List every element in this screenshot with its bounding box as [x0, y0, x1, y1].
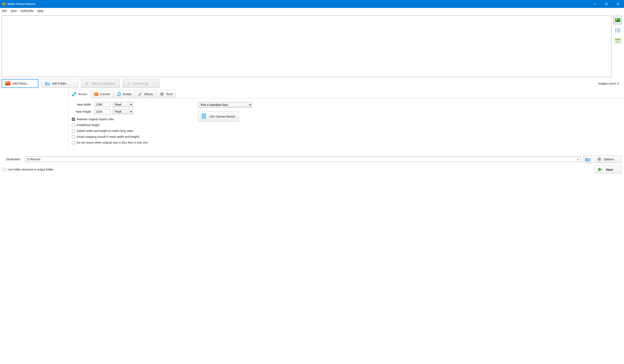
resize-icon	[72, 92, 77, 97]
options-label: Options	[604, 158, 614, 161]
menu-help[interactable]: Help	[37, 9, 43, 13]
switch-wh-label: Switch width and height to match long si…	[77, 129, 133, 133]
tab-convert-label: Convert	[100, 93, 110, 96]
new-width-input[interactable]	[94, 102, 110, 107]
tab-convert[interactable]: Convert	[90, 90, 113, 98]
svg-rect-37	[202, 114, 206, 119]
new-width-label: New Width	[72, 103, 92, 106]
svg-point-14	[615, 31, 616, 32]
play-icon	[598, 167, 603, 172]
tab-tools-label: Tools	[166, 93, 173, 96]
remove-selected-label: Remove Selected	[92, 82, 115, 85]
minimize-button[interactable]	[589, 0, 601, 8]
eraser-icon	[84, 81, 90, 86]
svg-point-29	[94, 93, 95, 94]
folder-icon	[45, 81, 50, 86]
destination-combo[interactable]: D:\Results	[25, 157, 581, 162]
tab-rotate-label: Rotate	[123, 93, 131, 96]
svg-rect-36	[163, 94, 164, 94]
image-icon	[5, 81, 10, 86]
window-title: Batch Picture Resizer	[7, 2, 36, 6]
folder-open-icon	[585, 157, 591, 162]
view-thumbnails-button[interactable]	[614, 16, 622, 24]
aspect-ratio-label: Maintain original aspect ratio	[77, 118, 114, 121]
smart-cropping-label: Smart cropping (result in exact width an…	[77, 135, 139, 138]
svg-rect-1	[3, 3, 4, 4]
remove-all-button[interactable]: Remove All	[123, 79, 159, 88]
svg-rect-44	[599, 161, 599, 162]
switch-wh-checkbox[interactable]: Switch width and height to match long si…	[72, 129, 190, 133]
svg-rect-13	[617, 30, 621, 31]
svg-rect-15	[617, 32, 621, 32]
tab-tools[interactable]: Tools	[156, 90, 176, 98]
tab-effects-label: Effects	[144, 93, 153, 96]
svg-point-30	[118, 94, 119, 95]
svg-rect-35	[159, 94, 160, 94]
add-folder-button[interactable]: Add Folder...	[41, 79, 78, 88]
predefined-height-label: Predefined height	[77, 123, 100, 127]
svg-rect-2	[4, 3, 5, 4]
svg-rect-45	[597, 159, 598, 159]
image-preview-area	[2, 15, 611, 77]
app-icon	[2, 2, 6, 6]
menu-softorbits[interactable]: SoftOrbits	[21, 9, 34, 13]
predefined-height-checkbox[interactable]: Predefined height	[72, 123, 190, 127]
effects-icon	[138, 92, 143, 97]
browse-destination-button[interactable]	[583, 155, 592, 163]
view-grid-button[interactable]	[614, 37, 622, 45]
svg-rect-34	[162, 96, 162, 97]
menubar: File View SoftOrbits Help	[0, 8, 624, 14]
gear-icon	[597, 157, 602, 162]
no-resize-label: Do not resize when original size is less…	[77, 141, 148, 144]
svg-point-32	[161, 93, 163, 95]
svg-rect-3	[3, 4, 5, 5]
close-button[interactable]	[612, 0, 624, 8]
remove-selected-button[interactable]: Remove Selected	[81, 79, 120, 88]
menu-file[interactable]: File	[2, 9, 7, 13]
remove-all-label: Remove All	[133, 82, 148, 85]
svg-point-42	[599, 159, 600, 160]
height-unit-select[interactable]: Pixel	[113, 109, 133, 114]
canvas-icon	[201, 113, 207, 120]
svg-point-10	[615, 29, 616, 29]
folder-structure-checkbox[interactable]: Use folder structure in output folder	[3, 168, 53, 171]
smart-cropping-checkbox[interactable]: Smart cropping (result in exact width an…	[72, 135, 190, 138]
start-button[interactable]: Start	[594, 166, 622, 173]
start-label: Start	[606, 168, 613, 171]
aspect-ratio-checkbox[interactable]: Maintain original aspect ratio	[72, 118, 190, 121]
view-list-button[interactable]	[614, 26, 622, 35]
svg-rect-11	[617, 29, 621, 29]
rotate-icon	[116, 92, 121, 97]
destination-value: D:\Results	[27, 158, 41, 161]
tools-icon	[159, 92, 164, 97]
titlebar: Batch Picture Resizer	[0, 0, 624, 8]
svg-point-26	[6, 82, 7, 83]
back-icon	[126, 81, 131, 86]
svg-point-12	[615, 30, 616, 31]
tab-resize-label: Resize	[78, 93, 87, 96]
no-resize-checkbox[interactable]: Do not resize when original size is less…	[72, 141, 190, 144]
canvas-resize-button[interactable]: Use Canvas Resize	[198, 111, 239, 122]
standard-size-select[interactable]: Pick a Standard Size	[198, 102, 252, 107]
tab-resize[interactable]: Resize	[69, 90, 90, 98]
svg-rect-46	[601, 159, 602, 159]
svg-point-9	[616, 19, 617, 20]
svg-rect-33	[162, 92, 162, 93]
maximize-button[interactable]	[601, 0, 612, 8]
svg-rect-43	[599, 157, 599, 158]
chevron-down-icon	[577, 159, 579, 160]
options-button[interactable]: Options	[594, 155, 622, 163]
add-folder-label: Add Folder...	[52, 82, 69, 85]
convert-icon	[93, 92, 98, 97]
new-height-input[interactable]	[94, 109, 110, 114]
new-height-label: New Height	[72, 110, 92, 113]
canvas-resize-label: Use Canvas Resize	[209, 115, 235, 118]
add-files-button[interactable]: Add File(s)...	[2, 79, 38, 88]
width-unit-select[interactable]: Pixel	[113, 102, 133, 107]
menu-view[interactable]: View	[11, 9, 17, 13]
left-panel	[2, 90, 69, 152]
tabs-head: Resize Convert Rotate Effects Tools	[69, 90, 622, 98]
tab-rotate[interactable]: Rotate	[113, 90, 135, 98]
destination-label: Destination	[6, 158, 23, 161]
tab-effects[interactable]: Effects	[134, 90, 156, 98]
